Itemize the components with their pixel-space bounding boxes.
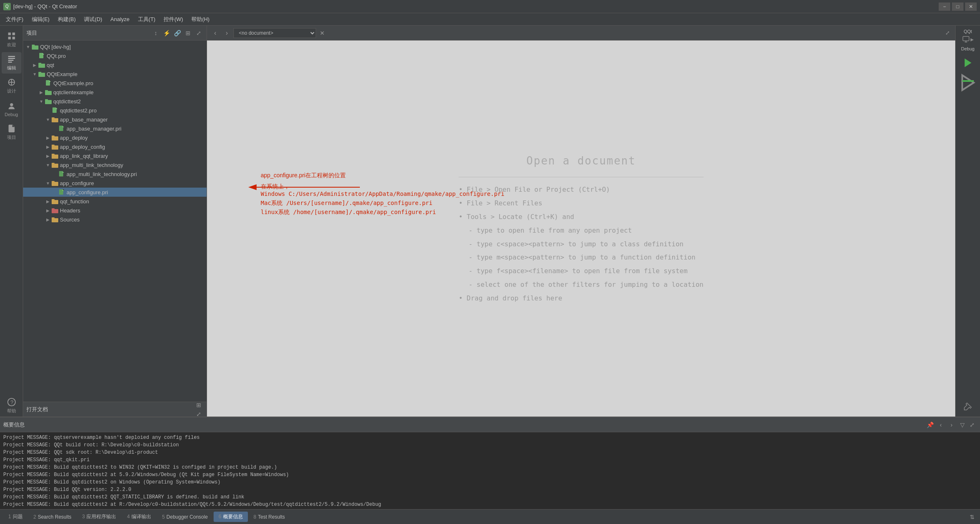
sidebar-item-welcome[interactable]: 欢迎 xyxy=(2,29,21,50)
hint-sub-1: type to open file from any open project xyxy=(469,225,703,237)
svg-text:?: ? xyxy=(10,399,13,405)
tab-debugger-console[interactable]: 5Debugger Console xyxy=(157,512,213,522)
tree-item-label: app_base_manager.pri xyxy=(67,126,121,132)
tree-item-qqt-root[interactable]: ▼ QQt [dev-hg] xyxy=(23,42,207,51)
menu-analyze[interactable]: Analyze xyxy=(106,14,133,24)
sidebar-item-project[interactable]: 项目 xyxy=(2,121,21,143)
sidebar-item-help[interactable]: ? 帮助 xyxy=(2,395,21,417)
folder-yellow-icon xyxy=(51,216,59,223)
tab-issues[interactable]: 1问题 xyxy=(3,512,28,522)
tree-item-app-deploy-config[interactable]: ▶ app_deploy_config xyxy=(23,142,207,151)
tab-summary[interactable]: 6概要信息 xyxy=(214,512,248,522)
tree-item-qqt[interactable]: ▶ qqt xyxy=(23,60,207,69)
project-link-button[interactable]: 🔗 xyxy=(173,29,182,38)
tab-search-results[interactable]: 2Search Results xyxy=(29,512,76,522)
annotation-text-1: app_configure.pri在工程树的位置 xyxy=(261,172,346,179)
tree-item-app-configure-pri[interactable]: app_configure.pri xyxy=(23,188,207,197)
tab-app-output[interactable]: 3应用程序输出 xyxy=(77,512,121,522)
menu-widgets[interactable]: 控件(W) xyxy=(159,14,187,25)
tree-arrow-empty xyxy=(31,52,38,59)
menu-help[interactable]: 帮助(H) xyxy=(187,14,214,25)
tab-test-results[interactable]: 8Test Results xyxy=(249,512,290,522)
tree-item-app-multi-link[interactable]: ▼ app_multi_link_technology xyxy=(23,160,207,169)
project-split-button[interactable]: ⊞ xyxy=(183,29,193,38)
debug-label: Debug xyxy=(961,46,974,51)
output-line: Project MESSAGE: Build qqtdicttest2 to W… xyxy=(3,464,977,471)
open-document-hint: Open a document File > Open File or Proj… xyxy=(450,143,711,314)
menu-file[interactable]: 文件(F) xyxy=(2,14,28,25)
output-next-button[interactable]: › xyxy=(947,420,956,429)
restore-button[interactable]: □ xyxy=(952,2,963,11)
tree-item-qqt-pro[interactable]: QQt.pro xyxy=(23,51,207,60)
build-hammer-button[interactable] xyxy=(958,397,978,417)
bottom-expand-button[interactable]: ⤢ xyxy=(968,420,977,429)
output-line: Project MESSAGE: QQt build root: R:\Deve… xyxy=(3,441,977,449)
project-sort-button[interactable]: ↕ xyxy=(151,29,160,38)
menu-tools[interactable]: 工具(T) xyxy=(134,14,160,25)
editor-area: ‹ › <no document> ✕ ⤢ Open a document Fi… xyxy=(207,26,955,417)
tree-item-app-multi-link-pri[interactable]: app_multi_link_technology.pri xyxy=(23,169,207,179)
tree-item-qqtexample-pro[interactable]: QQtExample.pro xyxy=(23,79,207,88)
tree-item-sources[interactable]: ▶ Sources xyxy=(23,215,207,224)
folder-yellow-icon xyxy=(51,180,59,186)
tree-item-app-link-qqt-library[interactable]: ▶ app_link_qqt_library xyxy=(23,151,207,160)
tree-item-qqtexample[interactable]: ▼ QQtExample xyxy=(23,69,207,79)
tree-item-app-base-manager-pri[interactable]: app_base_manager.pri xyxy=(23,124,207,133)
tree-item-label: app_deploy_config xyxy=(60,144,105,150)
output-attach-button[interactable]: 📌 xyxy=(925,420,935,429)
sidebar-item-help-label: 帮助 xyxy=(7,408,16,414)
monitor-icon xyxy=(962,36,970,43)
tree-item-qqtdicttest2[interactable]: ▼ qqtdicttest2 xyxy=(23,97,207,106)
sidebar-item-debug-label: Debug xyxy=(5,112,18,117)
bottom-panel-controls: ▽ ⤢ xyxy=(958,420,977,429)
tab-compile-output[interactable]: 4编译输出 xyxy=(122,512,156,522)
editor-back-button[interactable]: ‹ xyxy=(210,28,220,38)
output-line: Project MESSAGE: Build QQt version: 2.2.… xyxy=(3,486,977,493)
svg-rect-22 xyxy=(38,72,41,74)
project-expand-button[interactable]: ⤢ xyxy=(194,29,203,38)
tree-item-qqtclientexample[interactable]: ▶ qqtclientexample xyxy=(23,88,207,97)
tree-item-app-base-manager[interactable]: ▼ app_base_manager xyxy=(23,115,207,124)
svg-rect-0 xyxy=(8,33,10,35)
run-button[interactable] xyxy=(958,53,978,73)
document-selector[interactable]: <no document> xyxy=(233,28,316,38)
minimize-button[interactable]: − xyxy=(939,2,950,11)
menu-debug[interactable]: 调试(D) xyxy=(80,14,106,25)
editor-forward-button[interactable]: › xyxy=(222,28,232,38)
right-sidebar: QQt ▶ Debug xyxy=(955,26,980,417)
editor-expand-button[interactable]: ⤢ xyxy=(943,29,952,38)
tree-arrow: ▶ xyxy=(45,216,51,223)
open-docs-split-button[interactable]: ⊞ xyxy=(194,400,203,410)
open-docs-expand-button[interactable]: ⤢ xyxy=(194,410,203,417)
tree-item-app-configure[interactable]: ▼ app_configure xyxy=(23,179,207,188)
output-prev-button[interactable]: ‹ xyxy=(936,420,945,429)
menu-build[interactable]: 构建(B) xyxy=(54,14,80,25)
tab-sort-button[interactable]: ⇅ xyxy=(968,512,977,522)
svg-rect-7 xyxy=(8,62,12,62)
pri-file-icon xyxy=(58,189,65,195)
debug-run-button[interactable] xyxy=(958,73,978,93)
pri-file-icon xyxy=(58,171,65,177)
sidebar-item-edit[interactable]: 编辑 xyxy=(2,52,21,74)
editor-close-button[interactable]: ✕ xyxy=(318,29,327,38)
open-docs-controls: ⊞ ⤢ xyxy=(194,400,203,417)
sidebar-item-debug[interactable]: Debug xyxy=(2,98,21,120)
tree-item-app-deploy[interactable]: ▶ app_deploy xyxy=(23,133,207,142)
project-filter-button[interactable]: ⚡ xyxy=(162,29,171,38)
pri-file-icon xyxy=(58,125,65,132)
folder-icon xyxy=(38,71,45,77)
menu-edit[interactable]: 编辑(E) xyxy=(28,14,54,25)
close-button[interactable]: ✕ xyxy=(965,2,977,11)
annotation-label-2: 在系统上， xyxy=(261,183,290,191)
tree-item-qqtdicttest2-pro[interactable]: qqtdicttest2.pro xyxy=(23,106,207,115)
bottom-collapse-button[interactable]: ▽ xyxy=(958,420,967,429)
folder-yellow-icon xyxy=(51,198,59,205)
sidebar-icons: 欢迎 编辑 设计 Debug xyxy=(0,26,23,417)
hint-item-1: File > Open File or Project (Ctrl+O) xyxy=(459,184,703,196)
svg-rect-34 xyxy=(52,117,55,119)
tree-item-headers[interactable]: ▶ Headers xyxy=(23,206,207,215)
svg-rect-5 xyxy=(8,58,15,59)
sidebar-item-design[interactable]: 设计 xyxy=(2,75,21,97)
tree-item-label: app_base_manager xyxy=(60,117,108,123)
tree-item-qqt-function[interactable]: ▶ qqt_function xyxy=(23,197,207,206)
